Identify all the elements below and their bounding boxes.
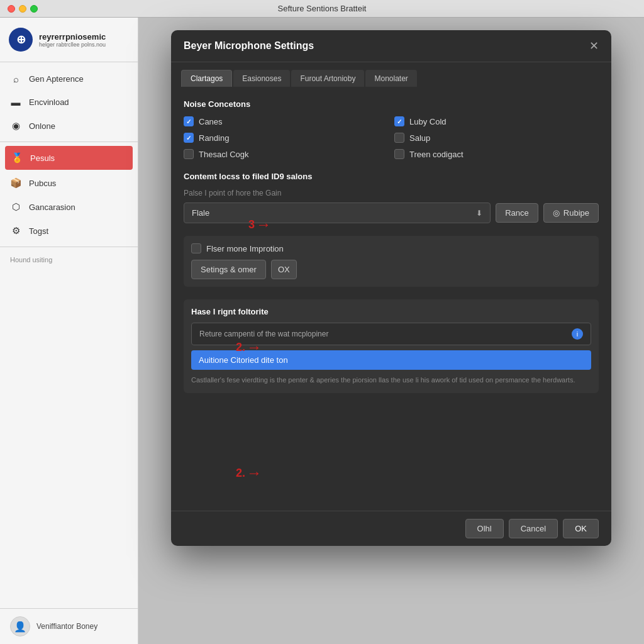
dialog-title: Beyer Microphone Settings <box>184 40 314 52</box>
cb-salup[interactable] <box>394 133 404 143</box>
traffic-lights <box>8 5 38 13</box>
noise-checkboxes: Canes Luby Cold Randing Salup <box>184 116 599 159</box>
sidebar-item-enc[interactable]: ▬ Encvinload <box>0 91 138 114</box>
ox-button[interactable]: OX <box>271 260 297 279</box>
tab-monolater[interactable]: Monolater <box>365 70 416 87</box>
logo-text-block: reyrerrpniosemic helger rabtrcllee polns… <box>39 32 106 48</box>
logo-symbol: ⊕ <box>16 33 26 47</box>
sidebar-divider-2 <box>0 247 138 247</box>
settings-omer-button[interactable]: Setings & omer <box>191 260 266 279</box>
pesuls-icon: 🏅 <box>11 152 23 164</box>
encvinload-icon: ▬ <box>10 97 21 108</box>
cb-canes[interactable] <box>184 116 194 126</box>
sidebar-footer: 👤 Veniffiantor Boney <box>0 608 138 644</box>
search-icon: ⌕ <box>10 74 21 84</box>
logo-icon: ⊕ <box>9 28 33 52</box>
dropdown-arrow-icon: ⬇ <box>476 209 482 218</box>
maximize-button[interactable] <box>30 5 38 13</box>
dialog-header: Beyer Microphone Settings ✕ <box>171 30 611 62</box>
gancarasion-icon: ⬡ <box>10 201 21 213</box>
window-title: Sefture Sentions Bratteit <box>278 4 367 13</box>
sub-section-header: Flser mone Improtion <box>191 243 591 253</box>
content-section: Contemt locss to filed ID9 salons Palse … <box>184 172 599 223</box>
title-bar: Sefture Sentions Bratteit <box>0 0 644 18</box>
sidebar-label-pes: Pesuls <box>30 153 55 163</box>
sidebar-item-gan[interactable]: ⬡ Gancarasion <box>0 195 138 219</box>
sidebar-label-gen: Gen Apterence <box>29 74 84 84</box>
sidebar-item-tog[interactable]: ⚙ Togst <box>0 219 138 243</box>
cb-thesacl[interactable] <box>184 149 194 159</box>
cb-salup-label: Salup <box>409 133 430 143</box>
cb-luby[interactable] <box>394 116 404 126</box>
checkbox-luby[interactable]: Luby Cold <box>394 116 599 126</box>
sidebar-logo: ⊕ reyrerrpniosemic helger rabtrcllee pol… <box>0 18 138 62</box>
sidebar-label-tog: Togst <box>29 226 48 236</box>
ok-button[interactable]: OK <box>563 519 599 538</box>
sidebar-item-pub[interactable]: 📦 Pubcus <box>0 171 138 195</box>
dropdown-value: Flale <box>192 208 209 218</box>
rance-button[interactable]: Rance <box>496 203 538 223</box>
logo-sub: helger rabtrcllee polns.nou <box>39 42 106 48</box>
sub-buttons: Setings & omer OX <box>191 260 591 279</box>
checkbox-randing[interactable]: Randing <box>184 133 388 143</box>
sub-section: Flser mone Improtion Setings & omer OX <box>184 236 599 287</box>
tab-easionoses[interactable]: Easionoses <box>233 70 290 87</box>
dialog-footer: Olhl Cancel OK <box>171 511 611 546</box>
info-icon: i <box>572 328 583 340</box>
togst-icon: ⚙ <box>10 225 21 236</box>
tab-furout[interactable]: Furout Artonioby <box>291 70 364 87</box>
logo-name: reyrerrpniosemic <box>39 32 106 42</box>
sidebar-label-gan: Gancarasion <box>29 203 75 212</box>
selection-title: Hase I rignt foltorite <box>191 307 591 316</box>
cb-treen-label: Treen codigact <box>409 150 464 159</box>
sidebar-label-pub: Pubcus <box>29 179 56 188</box>
sidebar-label-onl: Onlone <box>29 121 55 131</box>
selection-info-text: Reture campenti of the wat mcplopiner <box>199 330 328 338</box>
close-button[interactable] <box>8 5 15 13</box>
cb-randing[interactable] <box>184 133 194 143</box>
checkbox-thesacl[interactable]: Thesacl Cogk <box>184 149 388 159</box>
cb-thesacl-label: Thesacl Cogk <box>199 150 248 159</box>
tab-clartagos[interactable]: Clartagos <box>181 70 232 87</box>
selection-info-row: Reture campenti of the wat mcplopiner i <box>191 323 591 345</box>
sub-section-checkbox[interactable] <box>191 243 201 253</box>
dialog-close-button[interactable]: ✕ <box>589 40 599 52</box>
sidebar-divider-1 <box>0 142 138 142</box>
checkbox-treen[interactable]: Treen codigact <box>394 149 599 159</box>
sidebar-label-enc: Encvinload <box>29 97 69 107</box>
content-dropdown[interactable]: Flale ⬇ <box>184 203 491 223</box>
noise-section-title: Noise Concetons <box>184 99 599 109</box>
cb-randing-label: Randing <box>199 133 229 143</box>
minimize-button[interactable] <box>19 5 26 13</box>
main-content: 3 → 2. → 2. → Beyer Microphone Settings … <box>138 18 644 644</box>
checkbox-salup[interactable]: Salup <box>394 133 599 143</box>
content-section-title: Contemt locss to filed ID9 salons <box>184 172 599 181</box>
avatar: 👤 <box>10 616 30 636</box>
sidebar-item-gen[interactable]: ⌕ Gen Apterence <box>0 67 138 91</box>
rubipe-button[interactable]: ◎ Rubipe <box>543 203 599 223</box>
cb-treen[interactable] <box>394 149 404 159</box>
app-layout: ⊕ reyrerrpniosemic helger rabtrcllee pol… <box>0 18 644 644</box>
checkbox-canes[interactable]: Canes <box>184 116 388 126</box>
cb-canes-label: Canes <box>199 117 223 126</box>
rubipe-icon: ◎ <box>553 208 560 218</box>
dropdown-row: Flale ⬇ Rance ◎ Rubipe <box>184 203 599 223</box>
sidebar-section-label: Hound usiting <box>0 251 138 266</box>
cancel-button[interactable]: Cancel <box>509 519 558 538</box>
sidebar-user: Veniffiantor Boney <box>36 622 97 631</box>
selection-section: Hase I rignt foltorite Reture campenti o… <box>184 299 599 393</box>
selection-active-item[interactable]: Auitione Citoried dite ton <box>191 350 591 370</box>
cb-luby-label: Luby Cold <box>409 117 447 126</box>
sidebar-items: ⌕ Gen Apterence ▬ Encvinload ◉ Onlone 🏅 … <box>0 62 138 608</box>
noise-section: Noise Concetons Canes Luby Cold Randi <box>184 99 599 159</box>
sub-section-title: Flser mone Improtion <box>206 244 284 253</box>
sidebar: ⊕ reyrerrpniosemic helger rabtrcllee pol… <box>0 18 138 644</box>
sidebar-item-pes[interactable]: 🏅 Pesuls <box>5 146 133 170</box>
onlone-icon: ◉ <box>10 120 21 131</box>
olhl-button[interactable]: Olhl <box>465 519 504 538</box>
sidebar-item-onl[interactable]: ◉ Onlone <box>0 114 138 138</box>
content-subtitle: Palse I point of hore the Gain <box>184 189 599 197</box>
avatar-icon: 👤 <box>14 621 26 633</box>
selection-description: Castlaller's fese vierdting is the pente… <box>191 375 591 386</box>
dialog: Beyer Microphone Settings ✕ Clartagos Ea… <box>171 30 611 546</box>
